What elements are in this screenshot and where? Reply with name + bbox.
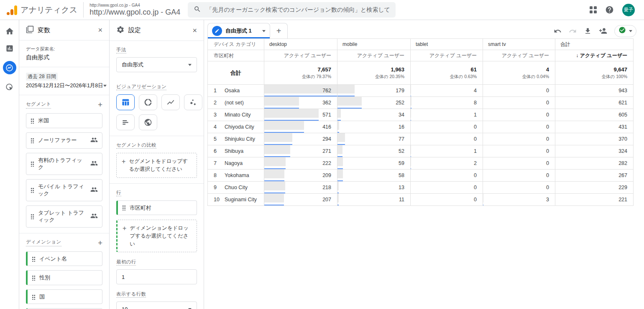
show-rows-label: 表示する行数	[116, 291, 146, 298]
metric-cell: 0	[483, 182, 555, 194]
viz-donut-button[interactable]	[139, 94, 157, 110]
row-rank: 1	[214, 88, 225, 94]
redo-icon[interactable]	[569, 27, 577, 35]
device-column-header[interactable]: smart tv	[483, 39, 555, 50]
nav-home-icon[interactable]	[5, 27, 14, 36]
nav-advertising-icon[interactable]	[5, 83, 14, 92]
row-name-cell: 9Chuo City	[208, 182, 264, 194]
exploration-name-value[interactable]: 自由形式	[26, 54, 102, 61]
row-city: Osaka	[225, 88, 240, 94]
table-row[interactable]: 3Minato City5713410605	[208, 109, 634, 121]
totals-label: 合計	[208, 61, 264, 85]
table-row[interactable]: 5Shinjuku City2947700370	[208, 133, 634, 145]
share-person-add-icon[interactable]	[599, 27, 607, 35]
segment-chip[interactable]: モバイル トラフィック	[26, 179, 102, 201]
pencil-icon	[212, 26, 222, 36]
search-placeholder: 「先月のオーガニック検索でのコンバージョン数の傾向」と検索してみてく...	[206, 6, 390, 14]
total-metric-cell: 621	[555, 97, 634, 109]
visualization-options	[116, 94, 204, 130]
date-range-selector[interactable]: 過去 28 日間 2025年12月12日〜2026年1月8日	[19, 67, 109, 95]
nav-explore-icon[interactable]	[3, 61, 16, 74]
metric-cell: 0	[411, 170, 483, 182]
close-icon[interactable]: ×	[98, 26, 102, 34]
dimension-chip[interactable]: イベント名	[26, 251, 102, 266]
add-segment-button[interactable]: +	[98, 101, 102, 109]
settings-panel-title: 設定	[128, 26, 141, 34]
table-row[interactable]: 10Suginami City2071103221	[208, 194, 634, 206]
row-rank: 5	[214, 136, 225, 142]
metric-header[interactable]: アクティブ ユーザー	[264, 50, 337, 61]
show-rows-select[interactable]: 10	[116, 301, 197, 309]
row-city: Chuo City	[225, 185, 248, 190]
drag-handle-icon	[32, 275, 36, 281]
table-row[interactable]: 7Nagoya2225920282	[208, 157, 634, 170]
dimensions-list: イベント名性別国デバイス カテゴリユーザーの最初のメディア市区町村	[26, 251, 102, 309]
totals-cell: 1,963全体の 20.35%	[337, 61, 411, 85]
segment-comparison-label: セグメントの比較	[116, 142, 156, 149]
status-ok-dropdown[interactable]	[614, 25, 636, 37]
help-icon[interactable]	[605, 5, 614, 14]
segment-chip[interactable]: 米国	[26, 113, 102, 128]
row-dimension-header[interactable]: 市区町村	[208, 50, 264, 61]
avatar[interactable]: 愛子	[622, 4, 635, 16]
technique-select[interactable]: 自由形式	[116, 57, 197, 72]
row-name-cell: 1Osaka	[208, 85, 264, 97]
table-row[interactable]: 4Chiyoda City4161600431	[208, 121, 634, 133]
metric-cell: 4	[411, 85, 483, 97]
total-metric-cell: 370	[555, 133, 634, 145]
viz-table-button[interactable]	[116, 94, 135, 110]
dimension-drop-zone[interactable]: + ディメンションをドロップするか選択してください	[116, 220, 197, 252]
shared-users-icon	[90, 212, 98, 221]
viz-line-button[interactable]	[161, 94, 180, 110]
search-input[interactable]: 「先月のオーガニック検索でのコンバージョン数の傾向」と検索してみてく...	[188, 2, 396, 18]
total-metric-cell: 282	[555, 157, 634, 170]
segment-drop-zone[interactable]: + セグメントをドロップするか選択してください	[116, 153, 197, 178]
segment-chip[interactable]: ノーリファラー	[26, 132, 102, 149]
metric-header[interactable]: アクティブ ユーザー	[337, 50, 411, 61]
row-name-cell: 6Shibuya	[208, 145, 264, 157]
metric-cell: 11	[337, 194, 411, 206]
viz-geo-button[interactable]	[139, 114, 157, 130]
segment-chip[interactable]: 有料のトラフィック	[26, 153, 102, 175]
table-row[interactable]: 6Shibuya2715210324	[208, 145, 634, 157]
device-column-header[interactable]: desktop	[264, 39, 337, 50]
first-row-input[interactable]: 1	[116, 269, 197, 284]
download-icon[interactable]	[584, 27, 592, 35]
metric-header[interactable]: アクティブ ユーザー	[411, 50, 483, 61]
dimension-chip[interactable]: 性別	[26, 270, 102, 285]
first-row-label: 最初の行	[116, 259, 136, 266]
metric-cell: 218	[264, 182, 337, 194]
device-column-header[interactable]: tablet	[411, 39, 483, 50]
nav-reports-icon[interactable]	[5, 44, 14, 53]
table-row[interactable]: 2(not set)36225280621	[208, 97, 634, 109]
drag-handle-icon	[31, 137, 34, 143]
apps-grid-icon[interactable]	[590, 6, 597, 13]
device-column-header[interactable]: mobile	[337, 39, 411, 50]
table-row[interactable]: 1Osaka76217940943	[208, 85, 634, 97]
device-column-header[interactable]: 合計	[555, 39, 634, 50]
add-dimension-button[interactable]: +	[98, 239, 102, 247]
metric-cell: 416	[264, 121, 337, 133]
table-row[interactable]: 9Chuo City2181300229	[208, 182, 634, 194]
close-icon[interactable]: ×	[192, 27, 197, 34]
row-rank: 6	[214, 148, 225, 154]
dimension-chip[interactable]: 国	[26, 289, 102, 304]
total-metric-cell: 605	[555, 109, 634, 121]
add-tab-button[interactable]: +	[270, 23, 288, 38]
metric-header-sorted[interactable]: ↓ アクティブ ユーザー	[555, 50, 634, 61]
check-circle-icon	[618, 26, 626, 35]
viz-bar-button[interactable]	[116, 114, 135, 130]
metric-cell: 8	[411, 97, 483, 109]
row-name-cell: 5Shinjuku City	[208, 133, 264, 145]
table-row[interactable]: 8Yokohama2095800267	[208, 170, 634, 182]
undo-icon[interactable]	[554, 27, 562, 35]
dimensions-label: ディメンション	[26, 239, 61, 246]
viz-scatter-button[interactable]	[184, 94, 202, 110]
account-switcher[interactable]: http://www.gpol.co.jp - GA4 http://www.g…	[83, 2, 180, 17]
row-city: Shibuya	[225, 148, 243, 154]
tab-freeform-1[interactable]: 自由形式 1	[207, 23, 270, 38]
analytics-logo-icon[interactable]	[7, 5, 17, 15]
metric-header[interactable]: アクティブ ユーザー	[483, 50, 555, 61]
segment-chip[interactable]: タブレット トラフィック	[26, 205, 102, 228]
row-dimension-chip[interactable]: 市区町村	[116, 200, 197, 215]
